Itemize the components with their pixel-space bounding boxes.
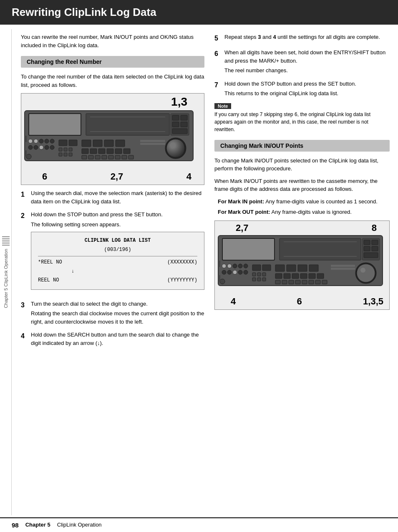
step-3-num: 3 xyxy=(21,300,28,326)
screen-row1: *REEL NO (XXXXXXXX) xyxy=(38,258,197,267)
svg-rect-108 xyxy=(218,261,220,267)
svg-point-17 xyxy=(34,145,38,149)
svg-rect-56 xyxy=(222,238,275,260)
step-4-text: Hold down the SEARCH button and turn the… xyxy=(31,332,199,346)
svg-rect-32 xyxy=(116,140,125,147)
step-7-num: 7 xyxy=(214,80,221,98)
step-3: 3 Turn the search dial to select the dig… xyxy=(21,300,204,326)
svg-point-72 xyxy=(227,270,232,274)
screen-arrow: ↓ xyxy=(38,267,197,276)
svg-rect-54 xyxy=(25,150,27,157)
svg-rect-28 xyxy=(69,153,72,156)
footer-chapter: Chapter 5 xyxy=(25,522,50,529)
footer-page-num: 98 xyxy=(12,522,19,529)
svg-rect-33 xyxy=(82,149,88,154)
device-diagram-2: 2,7 8 xyxy=(214,220,390,310)
svg-point-104 xyxy=(360,268,365,273)
svg-rect-25 xyxy=(69,148,72,151)
screen-row1-value: (XXXXXXXX) xyxy=(167,258,197,267)
svg-point-70 xyxy=(244,264,248,268)
svg-rect-62 xyxy=(372,240,378,245)
step-2-text: Hold down the STOP button and press the … xyxy=(31,211,163,218)
screen-divider xyxy=(38,256,197,256)
svg-rect-37 xyxy=(115,149,122,154)
step-5-text: Repeat steps 3 and 4 until the settings … xyxy=(224,34,380,40)
svg-point-69 xyxy=(238,264,242,268)
device-label-bot-6: 6 xyxy=(297,296,302,307)
step-6-text: When all digits have been set, hold down… xyxy=(224,49,385,64)
svg-rect-88 xyxy=(275,274,282,279)
svg-rect-78 xyxy=(252,273,256,276)
svg-point-107 xyxy=(220,279,225,284)
device-label-top-8: 8 xyxy=(372,223,377,233)
svg-rect-106 xyxy=(331,268,355,270)
svg-rect-101 xyxy=(322,280,327,284)
svg-rect-90 xyxy=(292,274,299,279)
step-3-sub: Rotating the search dial clockwise moves… xyxy=(31,309,204,326)
svg-rect-22 xyxy=(69,140,77,146)
device-svg-2 xyxy=(215,233,386,294)
svg-point-18 xyxy=(39,145,43,149)
page-footer: 98 Chapter 5 ClipLink Operation xyxy=(0,517,398,532)
mark-in-label: For Mark IN point: xyxy=(218,198,264,205)
svg-rect-31 xyxy=(104,140,113,147)
step-5: 5 Repeat steps 3 and 4 until the setting… xyxy=(214,33,390,43)
svg-rect-65 xyxy=(364,253,378,258)
svg-rect-26 xyxy=(59,153,62,156)
svg-rect-29 xyxy=(82,140,91,147)
right-column: 5 Repeat steps 3 and 4 until the setting… xyxy=(214,33,390,352)
main-content: You can rewrite the reel number, Mark IN… xyxy=(13,25,398,360)
svg-rect-99 xyxy=(309,280,314,284)
svg-rect-87 xyxy=(309,265,318,271)
svg-point-49 xyxy=(170,143,175,148)
mark-intro2: When Mark IN/OUT points are rewritten to… xyxy=(214,177,390,193)
svg-rect-10 xyxy=(172,129,187,134)
step-2-num: 2 xyxy=(21,210,28,295)
svg-rect-109 xyxy=(218,275,220,281)
step-5-num: 5 xyxy=(214,33,221,43)
intro-paragraph: You can rewrite the reel number, Mark IN… xyxy=(21,33,204,49)
svg-rect-23 xyxy=(59,148,62,151)
svg-rect-8 xyxy=(172,122,179,127)
svg-point-73 xyxy=(233,270,237,274)
svg-rect-9 xyxy=(181,122,187,127)
svg-point-48 xyxy=(166,139,185,157)
mark-intro1: To change Mark IN/OUT points selected on… xyxy=(214,157,390,173)
device-svg-1 xyxy=(21,109,196,169)
screen-title: CLIPLINK LOG DATA LIST xyxy=(38,236,197,246)
mark-out-text: For Mark OUT point: Any frame-digits val… xyxy=(218,208,390,216)
svg-point-66 xyxy=(222,264,226,268)
step-6: 6 When all digits have been set, hold do… xyxy=(214,48,390,75)
svg-rect-85 xyxy=(287,265,296,271)
svg-rect-38 xyxy=(123,149,130,154)
device-label-top-13: 1,3 xyxy=(171,95,187,108)
svg-rect-61 xyxy=(364,240,370,245)
step-7-sub: This returns to the original ClipLink lo… xyxy=(224,89,390,98)
step-6-num: 6 xyxy=(214,48,221,75)
note-text: If you carry out step 7 skipping step 6,… xyxy=(214,111,390,133)
svg-rect-50 xyxy=(140,140,165,142)
screen-row2: REEL NO (YYYYYYYY) xyxy=(38,276,197,285)
svg-point-75 xyxy=(244,270,248,274)
title-bar: Rewriting ClipLink Log Data xyxy=(0,0,398,25)
page-title: Rewriting ClipLink Log Data xyxy=(12,6,386,19)
svg-rect-98 xyxy=(302,280,307,284)
svg-rect-21 xyxy=(59,140,67,146)
svg-point-103 xyxy=(357,264,375,282)
section-header-mark: Changing Mark IN/OUT Points xyxy=(214,140,390,152)
mark-out-value: Any frame-digits value is ignored. xyxy=(272,209,352,215)
svg-point-20 xyxy=(50,145,54,149)
svg-rect-76 xyxy=(252,265,261,271)
svg-point-15 xyxy=(50,139,54,143)
device-label-bottom-27: 2,7 xyxy=(111,171,123,182)
svg-rect-44 xyxy=(115,155,120,159)
svg-rect-24 xyxy=(64,148,67,151)
svg-rect-7 xyxy=(181,115,187,120)
footer-section: ClipLink Operation xyxy=(57,522,102,529)
svg-rect-93 xyxy=(317,274,324,279)
svg-rect-34 xyxy=(90,149,97,154)
svg-rect-27 xyxy=(64,153,67,156)
device-label-bottom-4: 4 xyxy=(186,171,191,182)
svg-rect-53 xyxy=(25,136,27,142)
svg-rect-6 xyxy=(172,115,179,120)
